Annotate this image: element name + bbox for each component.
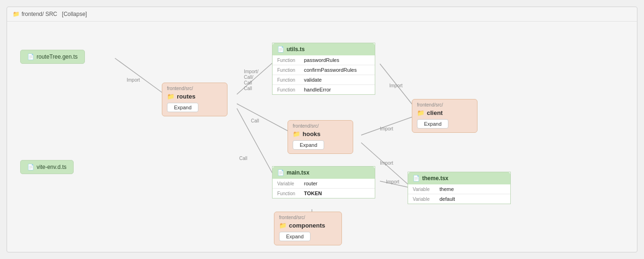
svg-text:Import/: Import/ bbox=[244, 69, 258, 74]
svg-text:Import: Import bbox=[380, 160, 394, 166]
svg-text:Import: Import bbox=[380, 126, 394, 131]
utils-header: 📄 utils.ts bbox=[273, 43, 375, 55]
svg-text:Import: Import bbox=[386, 179, 400, 184]
node-routetree: 📄 routeTree.gen.ts bbox=[20, 50, 85, 64]
node-hooks: frontend/src/ 📁 hooks Expand bbox=[288, 120, 353, 154]
routes-name: 📁 routes bbox=[162, 92, 227, 103]
folder-icon: 📁 bbox=[13, 11, 20, 17]
svg-text:Call/: Call/ bbox=[244, 75, 253, 80]
file-icon-main: 📄 bbox=[277, 169, 284, 176]
theme-row-1: Variable default bbox=[408, 194, 510, 204]
main-row-0: Variable router bbox=[273, 179, 375, 189]
graph-area: Import Import/ Call/ Call Call Call Call… bbox=[7, 22, 637, 251]
svg-line-2 bbox=[237, 59, 277, 94]
client-expand-button[interactable]: Expand bbox=[417, 119, 448, 129]
folder-icon-hooks: 📁 bbox=[293, 130, 300, 137]
svg-text:Call: Call bbox=[244, 80, 252, 85]
svg-line-7 bbox=[237, 104, 292, 133]
node-main: 📄 main.tsx Variable router Function TOKE… bbox=[272, 166, 375, 198]
theme-rows: Variable theme Variable default bbox=[408, 184, 510, 204]
folder-icon-components: 📁 bbox=[279, 222, 287, 229]
main-header: 📄 main.tsx bbox=[273, 167, 375, 179]
hooks-expand-button[interactable]: Expand bbox=[293, 140, 324, 150]
viteenv-label: vite-env.d.ts bbox=[37, 164, 67, 170]
routetree-label: routeTree.gen.ts bbox=[37, 53, 78, 60]
main-rows: Variable router Function TOKEN bbox=[273, 179, 375, 198]
file-icon-theme: 📄 bbox=[413, 175, 420, 182]
panel: 📁 frontend/ SRC [Collapse] Import Import… bbox=[7, 7, 637, 252]
hooks-path: frontend/src/ bbox=[288, 121, 353, 130]
svg-text:Import: Import bbox=[127, 77, 140, 83]
hooks-name: 📁 hooks bbox=[288, 130, 353, 140]
file-icon: 📄 bbox=[27, 53, 34, 60]
folder-icon-routes: 📁 bbox=[167, 93, 174, 100]
utils-row-0: Function passwordRules bbox=[273, 55, 375, 65]
svg-line-0 bbox=[115, 58, 167, 96]
routes-expand-button[interactable]: Expand bbox=[167, 103, 198, 112]
panel-header: 📁 frontend/ SRC [Collapse] bbox=[7, 7, 637, 22]
utils-row-1: Function confirmPasswordRules bbox=[273, 65, 375, 75]
svg-text:Call: Call bbox=[244, 86, 252, 91]
node-viteenv: 📄 vite-env.d.ts bbox=[20, 160, 74, 174]
node-routes: frontend/src/ 📁 routes Expand bbox=[162, 83, 227, 116]
components-path: frontend/src/ bbox=[274, 212, 341, 221]
node-theme: 📄 theme.tsx Variable theme Variable defa… bbox=[408, 172, 511, 204]
svg-line-13 bbox=[361, 115, 417, 135]
node-components: frontend/src/ 📁 components Expand bbox=[274, 212, 342, 245]
utils-row-2: Function validate bbox=[273, 75, 375, 85]
client-path: frontend/src/ bbox=[412, 99, 477, 108]
utils-row-3: Function handleError bbox=[273, 85, 375, 94]
svg-text:Call: Call bbox=[239, 156, 247, 161]
node-client: frontend/src/ 📁 client Expand bbox=[412, 99, 477, 133]
utils-rows: Function passwordRules Function confirmP… bbox=[273, 55, 375, 94]
folder-icon-client: 📁 bbox=[417, 109, 424, 116]
collapse-button[interactable]: [Collapse] bbox=[62, 11, 87, 17]
client-name: 📁 client bbox=[412, 108, 477, 119]
theme-row-0: Variable theme bbox=[408, 184, 510, 194]
svg-text:Import: Import bbox=[389, 83, 403, 88]
theme-header: 📄 theme.tsx bbox=[408, 172, 510, 184]
svg-line-11 bbox=[380, 64, 417, 110]
main-row-1: Function TOKEN bbox=[273, 189, 375, 198]
routes-path: frontend/src/ bbox=[162, 83, 227, 92]
svg-text:Call: Call bbox=[251, 118, 259, 123]
canvas-container: 📁 frontend/ SRC [Collapse] Import Import… bbox=[0, 0, 644, 259]
breadcrumb: frontend/ SRC bbox=[22, 11, 57, 17]
node-utils: 📄 utils.ts Function passwordRules Functi… bbox=[272, 43, 375, 95]
components-name: 📁 components bbox=[274, 221, 341, 232]
file-icon-utils: 📄 bbox=[277, 46, 284, 53]
components-expand-button[interactable]: Expand bbox=[279, 232, 311, 241]
svg-line-9 bbox=[237, 108, 277, 181]
file-icon-vite: 📄 bbox=[27, 164, 34, 170]
